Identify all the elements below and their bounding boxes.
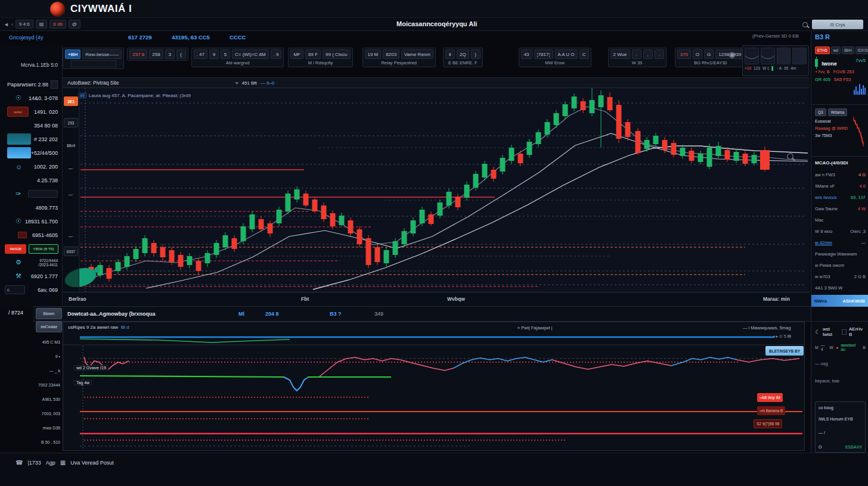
chart-header-indicator[interactable]: — 9–0 [261,80,275,86]
toolbar-button[interactable]: A A U O [555,49,578,59]
selected-row[interactable]: NWns AShKWdB [811,295,868,307]
orders-toolbar-icon[interactable]: M [815,345,819,350]
toolbar-button[interactable]: 370 [677,49,691,59]
sidebar-item[interactable]: Paparwswrc 2.88 [0,78,62,91]
main-candlestick-chart[interactable]: 49 Laura aug 457. A. Pacampane; at: Pite… [63,88,810,292]
sidebar-item[interactable]: 4W91BY85W (B TR) [0,242,62,255]
alert-badge[interactable]: wdwr [7,107,29,117]
indicator-canvas[interactable] [63,332,804,450]
mode-button[interactable]: ⊟ Crys [812,20,863,29]
toolbar-button[interactable]: MF [290,49,303,59]
sidebar-item[interactable]: 4809.773 [0,201,62,214]
indicator-panel[interactable]: usRqws 9 2a awwri raw Bi d « Pwt| Fajawq… [63,322,805,451]
settings-box-icon[interactable] [842,329,847,335]
orders-toolbar-icon[interactable]: B [863,345,866,350]
menu-button[interactable]: 6 db [49,20,66,29]
sidebar-item[interactable]: Mcrva.1.1Eb 5:0 [0,58,62,71]
toolbar-button[interactable]: O [693,49,702,59]
toolbar-button[interactable]: 2Q [457,49,469,59]
toolbar-button[interactable]: 19 M [365,49,382,59]
toolbar-button[interactable]: 43 [521,49,532,59]
toolbar-button[interactable]: 69 F [305,49,321,59]
toolbar-button[interactable]: ¢ [445,49,455,59]
toolbar-button[interactable]: 2 Wue [610,49,630,59]
stepper-box[interactable] [51,80,58,89]
sidebar-item[interactable]: ☉18931 61.700 [0,215,62,228]
watchlist-tab[interactable]: IDXXL [855,46,868,54]
toolbar-button[interactable]: 3 [165,49,175,59]
toolbar-button[interactable]: ¦7817¦ [534,49,553,59]
code-box[interactable]: c. [5,285,25,294]
sidebar-item[interactable]: ✑ [0,188,62,200]
toolbar-button[interactable]: . [655,49,664,59]
chart-thumbnail[interactable] [777,48,791,64]
chart-thumbnail[interactable] [745,48,759,64]
market-depth-row[interactable]: w Pwwa owcm [815,260,866,271]
market-depth-row[interactable]: 9Mane vF4 0 [815,180,866,192]
toolbar-button[interactable]: 258 [149,49,163,59]
indicator-value-3[interactable]: B3 ? [330,311,342,317]
order-box-confirm[interactable]: ESSAXX [845,445,862,449]
account-link[interactable]: Gncojesyd (4y [9,35,44,40]
chart-thumbnail[interactable] [792,48,807,64]
orders-toolbar-icon[interactable]: ● [836,345,838,350]
toolbar-button[interactable]: . [632,49,641,59]
sidebar-item[interactable]: # 232 202 [0,133,62,145]
toolbar-button[interactable]: ( [176,49,186,59]
watchlist-tab[interactable]: IBIH [842,46,854,54]
mini-tab-1[interactable]: Q3 [815,108,826,116]
back-icon[interactable]: ◄ [4,21,9,27]
sidebar-item[interactable]: 354 80 08 [0,119,62,132]
orders-toolbar-icon[interactable]: awwtwd au [841,343,860,351]
toolbar-button[interactable]: C [579,49,589,59]
mini-tab-2[interactable]: Wdama [828,108,847,116]
zoom-icon[interactable] [787,153,793,160]
sidebar-item[interactable]: ☺1002. 200 [0,160,62,173]
sell-button[interactable]: 4W91B [5,244,26,254]
sidebar-item[interactable]: ⚙9721/9444/2023-4411 [0,256,62,269]
market-depth-row[interactable]: Pwwwagw Wawwwm [815,248,866,260]
quote-block[interactable]: Iwone 7vv5 +7vv, B FGVB 253 GR 405 5A5 F… [815,58,866,101]
preview-thumbnail[interactable] [7,147,31,158]
orders-toolbar-icon[interactable]: —4 [821,343,827,351]
indicator-value-2[interactable]: 204 8 [265,311,279,317]
sidebar-item[interactable]: wdwr1491. 020 [0,105,62,118]
forward-icon[interactable]: ‹ [11,21,13,27]
buy-button[interactable]: Y85W (B TR) [29,244,58,254]
toolbar-button[interactable]: ) [471,49,480,59]
pane-button-1[interactable]: Biwwn [36,308,62,319]
toolbar-button[interactable]: 8203 [383,49,399,59]
menu-button[interactable]: ▤ [36,20,48,29]
toolbar-button[interactable]: +BH [65,49,80,59]
sidebar-item[interactable]: ⚒6920 1.777 [0,270,62,282]
preview-thumbnail[interactable] [7,133,31,145]
toolbar-button[interactable]: . 47 [194,49,207,59]
market-depth-row[interactable]: W 8 wooOwrc ,3 [815,226,866,237]
order-ticket-box[interactable]: co boug IWLS Honum EYB — / O ESSAXX [815,401,866,453]
toolbar-input[interactable] [71,60,116,67]
toolbar-button[interactable]: 9 [209,49,219,59]
sidebar-item[interactable]: c.6av, 069 [0,284,62,296]
market-depth-row[interactable]: wrs /wvccs69, 137 [815,192,866,203]
market-depth-row[interactable]: w w7032 G B [815,271,866,282]
chart-thumbnail[interactable] [761,48,775,64]
toolbar-button[interactable]: G [704,49,714,59]
toolbar-button[interactable]: . 9 [271,49,282,59]
sidebar-item[interactable]: 4.25.738 [0,174,62,186]
pane-button-2[interactable]: swCwaae [36,321,62,332]
toolbar-button[interactable]: Vame Renm [401,49,433,59]
watchlist-tab[interactable]: ETH5 [815,46,830,54]
toolbar-button[interactable]: Rew-besse—— [82,49,122,59]
toolbar-button[interactable]: , [643,49,653,59]
market-depth-row[interactable]: Mac [815,214,866,226]
toolbar-button[interactable]: C= (WI)=C 8M [232,49,269,59]
indicator-value-1[interactable]: Ml [238,311,244,317]
grid-icon[interactable]: ▦ [60,459,66,466]
price-link-2[interactable]: 43195, 63 CC5 [172,34,210,40]
sidebar-item[interactable]: ☉14&0. 3-078 [0,92,62,104]
market-depth-row[interactable]: w-42mm— [815,237,866,248]
sidebar-item[interactable]: 4+52/44/500 [0,147,62,159]
sidebar-item[interactable]: 6951-4605 [0,229,62,241]
market-depth-row[interactable]: aw n FW34 G [815,169,866,180]
toolbar-button[interactable]: 5 [221,49,230,59]
